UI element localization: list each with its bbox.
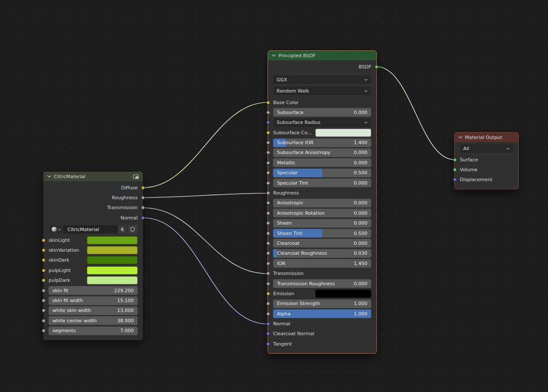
- subsurface-anisotropy-slider[interactable]: Subsurface Anisotropy0.000: [273, 148, 371, 157]
- alpha-slider[interactable]: Alpha1.000: [273, 309, 371, 318]
- node-citric-material[interactable]: CitricMaterial Diffuse Roughness Transmi…: [43, 171, 143, 340]
- transmission-roughness-slider[interactable]: Transmission Roughness0.000: [273, 279, 371, 288]
- node-material-output[interactable]: Material Output All Surface Volume Displ…: [454, 132, 519, 189]
- socket-skin-fit-input[interactable]: [42, 289, 46, 293]
- socket-roughness[interactable]: [266, 191, 270, 195]
- output-row-bsdf: BSDF: [273, 62, 371, 71]
- socket-normal-output[interactable]: [141, 216, 145, 220]
- socket-normal[interactable]: [266, 322, 270, 326]
- shader-node-editor-canvas[interactable]: CitricMaterial Diffuse Roughness Transmi…: [0, 0, 548, 392]
- socket-specular[interactable]: [266, 171, 270, 175]
- socket-clearcoat[interactable]: [266, 241, 270, 245]
- skindark-color-swatch[interactable]: [87, 256, 138, 264]
- material-output-node-header[interactable]: Material Output: [455, 133, 518, 142]
- socket-displacement[interactable]: [453, 178, 457, 182]
- ior-slider[interactable]: IOR1.450: [273, 259, 371, 268]
- socket-transmission-output[interactable]: [141, 206, 145, 210]
- socket-transmission-roughness[interactable]: [266, 282, 270, 286]
- socket-skin-fit-width-input[interactable]: [42, 299, 46, 302]
- socket-skindark-input[interactable]: [42, 258, 46, 262]
- link-bsdf-to-surface[interactable]: [377, 67, 454, 160]
- skinvariation-color-swatch[interactable]: [87, 246, 138, 254]
- socket-diffuse-output[interactable]: [141, 186, 145, 190]
- collapse-chevron-icon[interactable]: [459, 136, 462, 139]
- clearcoat-slider[interactable]: Clearcoat0.000: [273, 239, 371, 247]
- socket-pulplight-input[interactable]: [42, 269, 46, 272]
- collapse-chevron-icon[interactable]: [47, 175, 51, 178]
- socket-transmission[interactable]: [266, 272, 270, 275]
- segments-slider[interactable]: segments7.000: [49, 327, 138, 335]
- socket-clearcoat-normal[interactable]: [266, 332, 270, 336]
- socket-surface[interactable]: [453, 158, 457, 162]
- socket-base-color[interactable]: [266, 101, 270, 105]
- subsurface-method-select[interactable]: Random Walk: [273, 86, 371, 95]
- citric-node-header[interactable]: CitricMaterial: [43, 172, 143, 181]
- socket-subsurface-radius[interactable]: [266, 120, 270, 124]
- socket-white-center-width-input[interactable]: [42, 319, 46, 323]
- skinlight-color-swatch[interactable]: [87, 236, 138, 244]
- socket-subsurface-color[interactable]: [266, 131, 270, 135]
- pulplight-color-swatch[interactable]: [87, 266, 138, 275]
- socket-sheen[interactable]: [266, 221, 270, 225]
- node-principled-bsdf[interactable]: Principled BSDF BSDF GGX Random Walk Bas…: [268, 50, 377, 354]
- material-name-field[interactable]: CitricMaterial: [64, 225, 118, 234]
- material-browse-button[interactable]: [49, 225, 64, 234]
- fake-user-shield-button[interactable]: [127, 225, 138, 234]
- target-select[interactable]: All: [460, 144, 513, 153]
- socket-segments-input[interactable]: [42, 329, 46, 333]
- socket-volume[interactable]: [453, 168, 457, 172]
- socket-specular-tint[interactable]: [266, 181, 270, 185]
- socket-sheen-tint[interactable]: [266, 231, 270, 235]
- socket-metallic[interactable]: [266, 161, 270, 165]
- specular-tint-slider[interactable]: Specular Tint0.000: [273, 179, 371, 187]
- emission-color-swatch[interactable]: [315, 290, 371, 298]
- anisotropic-slider[interactable]: Anisotropic0.000: [273, 199, 371, 207]
- white-center-width-slider[interactable]: white center width38.000: [49, 316, 138, 325]
- socket-tangent[interactable]: [266, 342, 270, 346]
- skin-fit-slider[interactable]: skin fit229.200: [49, 286, 138, 295]
- subsurface-radius-select[interactable]: Subsurface Radius: [273, 118, 371, 127]
- input-row-sheen: Sheen0.000: [273, 219, 371, 228]
- socket-subsurface-ior[interactable]: [266, 141, 270, 145]
- socket-skinvariation-input[interactable]: [42, 248, 46, 252]
- clearcoat-roughness-slider[interactable]: Clearcoat Roughness0.030: [273, 249, 371, 258]
- socket-bsdf-output[interactable]: [375, 65, 379, 69]
- socket-skinlight-input[interactable]: [42, 238, 46, 242]
- principled-node-header[interactable]: Principled BSDF: [268, 51, 376, 60]
- socket-emission[interactable]: [266, 292, 270, 296]
- socket-roughness-output[interactable]: [141, 196, 145, 200]
- socket-emission-strength[interactable]: [266, 302, 270, 306]
- socket-white-skin-width-input[interactable]: [42, 309, 46, 312]
- socket-anisotropic[interactable]: [266, 201, 270, 205]
- material-users-count-button[interactable]: 6: [118, 225, 127, 234]
- input-row-emission-strength: Emission Strength1.000: [273, 299, 371, 308]
- socket-ior[interactable]: [266, 262, 270, 265]
- collapse-chevron-icon[interactable]: [272, 54, 276, 57]
- socket-subsurface[interactable]: [266, 111, 270, 114]
- emission-strength-slider[interactable]: Emission Strength1.000: [273, 299, 371, 308]
- input-row-white-center-width: white center width38.000: [49, 316, 138, 325]
- socket-clearcoat-roughness[interactable]: [266, 251, 270, 255]
- subsurface-ior-slider[interactable]: Subsurface IOR1.400: [273, 139, 371, 147]
- distribution-select[interactable]: GGX: [273, 75, 371, 84]
- skin-fit-width-slider[interactable]: skin fit width15.100: [49, 296, 138, 305]
- white-skin-width-slider[interactable]: white skin width13.000: [49, 306, 138, 315]
- link-roughness-to-roughness[interactable]: [143, 193, 268, 198]
- anisotropic-rotation-slider[interactable]: Anisotropic Rotation0.000: [273, 209, 371, 217]
- input-row-segments: segments7.000: [49, 327, 138, 335]
- socket-subsurface-anisotropy[interactable]: [266, 151, 270, 154]
- sheen-tint-slider[interactable]: Sheen Tint0.500: [273, 229, 371, 238]
- pulpdark-color-swatch[interactable]: [87, 276, 138, 284]
- socket-alpha[interactable]: [266, 312, 270, 316]
- input-row-subsurface: Subsurface0.000: [273, 108, 371, 117]
- input-row-ior: IOR1.450: [273, 259, 371, 268]
- link-transmission-to-transmission[interactable]: [143, 208, 268, 274]
- socket-anisotropic-rotation[interactable]: [266, 211, 270, 215]
- sheen-slider[interactable]: Sheen0.000: [273, 219, 371, 228]
- metallic-slider[interactable]: Metallic0.000: [273, 158, 371, 167]
- subsurface-slider[interactable]: Subsurface0.000: [273, 108, 371, 117]
- specular-slider[interactable]: Specular0.500: [273, 169, 371, 177]
- subsurface-color-swatch[interactable]: [315, 129, 371, 137]
- socket-pulpdark-input[interactable]: [42, 278, 46, 282]
- link-diffuse-to-base-color[interactable]: [143, 102, 268, 188]
